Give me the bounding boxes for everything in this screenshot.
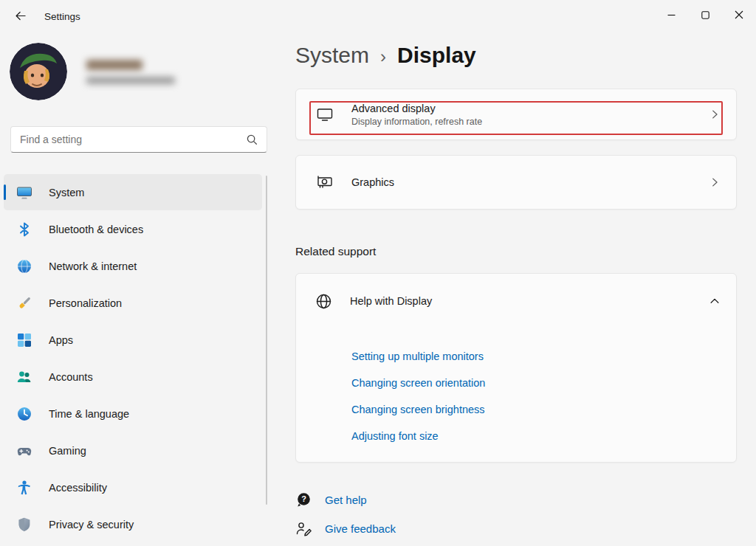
page-title: Display — [397, 43, 476, 68]
window-controls — [654, 0, 756, 30]
sidebar-scrollbar[interactable] — [266, 176, 267, 505]
related-support-heading: Related support — [295, 245, 376, 258]
help-link-multiple-monitors[interactable]: Setting up multiple monitors — [351, 349, 736, 364]
help-card-title-wrap: Help with Display — [350, 295, 708, 307]
help-globe-icon — [315, 292, 332, 310]
help-card-header[interactable]: Help with Display — [296, 274, 736, 328]
sidebar: System Bluetooth & devices Network & int… — [0, 32, 277, 546]
advanced-display-text: Advanced display Display information, re… — [351, 103, 708, 127]
sidebar-item-label: Time & language — [49, 408, 129, 420]
sidebar-item-label: Accounts — [49, 371, 93, 383]
sidebar-item-accessibility[interactable]: Accessibility — [4, 469, 262, 505]
back-arrow-icon — [14, 10, 27, 22]
back-button[interactable] — [6, 3, 34, 28]
help-link-screen-brightness[interactable]: Changing screen brightness — [351, 402, 736, 417]
minimize-button[interactable] — [654, 0, 688, 30]
search-box[interactable] — [10, 126, 267, 153]
row-title: Advanced display — [351, 103, 708, 114]
advanced-display-monitor-icon — [316, 106, 334, 123]
chevron-right-icon — [708, 176, 721, 189]
personalization-brush-icon — [16, 295, 32, 311]
sidebar-item-gaming[interactable]: Gaming — [4, 432, 262, 469]
sidebar-item-network-internet[interactable]: Network & internet — [4, 248, 262, 284]
sidebar-item-label: Bluetooth & devices — [49, 224, 143, 235]
sidebar-nav: System Bluetooth & devices Network & int… — [4, 174, 262, 543]
get-help-icon: ? — [295, 491, 312, 508]
titlebar: Settings — [0, 0, 756, 32]
sidebar-item-accounts[interactable]: Accounts — [4, 359, 262, 395]
sidebar-item-label: Network & internet — [49, 260, 137, 272]
accounts-people-icon — [16, 369, 32, 385]
avatar — [10, 43, 67, 100]
clock-icon — [16, 406, 32, 422]
graphics-row[interactable]: Graphics — [295, 155, 737, 210]
svg-text:?: ? — [301, 494, 306, 503]
help-with-display-card: Help with Display Setting up multiple mo… — [295, 273, 737, 463]
sidebar-item-bluetooth-devices[interactable]: Bluetooth & devices — [4, 211, 262, 247]
get-help-label: Get help — [325, 494, 367, 506]
apps-grid-icon — [16, 332, 32, 348]
chevron-right-icon — [708, 108, 721, 121]
breadcrumb-parent[interactable]: System — [295, 43, 369, 68]
give-feedback-icon — [295, 520, 312, 537]
search-icon — [247, 134, 258, 145]
help-link-font-size[interactable]: Adjusting font size — [351, 429, 736, 443]
user-profile[interactable] — [10, 43, 175, 100]
sidebar-item-apps[interactable]: Apps — [4, 322, 262, 358]
user-email-blurred — [86, 77, 175, 84]
accessibility-person-icon — [16, 480, 32, 496]
graphics-gpu-icon — [316, 173, 334, 191]
row-subtitle: Display information, refresh rate — [351, 117, 708, 127]
give-feedback-label: Give feedback — [325, 522, 396, 535]
advanced-display-row[interactable]: Advanced display Display information, re… — [295, 89, 737, 140]
sidebar-item-label: Apps — [49, 334, 73, 346]
sidebar-item-label: Gaming — [49, 445, 86, 457]
graphics-text: Graphics — [351, 176, 708, 188]
search-input[interactable] — [20, 134, 247, 145]
shield-icon — [16, 516, 32, 533]
bluetooth-icon — [16, 221, 32, 238]
maximize-button[interactable] — [688, 0, 722, 30]
main-content: System › Display Advanced display Displa… — [295, 32, 737, 546]
sidebar-item-label: Privacy & security — [49, 519, 134, 531]
breadcrumb-separator-icon: › — [380, 46, 386, 67]
breadcrumb: System › Display — [295, 43, 476, 68]
profile-text — [86, 60, 175, 84]
chevron-up-icon — [708, 294, 721, 308]
help-card-title: Help with Display — [350, 295, 708, 307]
user-name-blurred — [86, 60, 142, 70]
sidebar-item-privacy-security[interactable]: Privacy & security — [4, 506, 262, 542]
window-title: Settings — [44, 11, 80, 22]
sidebar-item-system[interactable]: System — [4, 174, 262, 210]
gamepad-icon — [16, 443, 32, 459]
help-links-list: Setting up multiple monitors Changing sc… — [296, 328, 736, 443]
sidebar-item-label: Personalization — [49, 297, 122, 309]
network-globe-icon — [16, 258, 32, 274]
sidebar-item-label: Accessibility — [49, 482, 107, 494]
give-feedback-link[interactable]: Give feedback — [295, 520, 396, 537]
footer-links: ? Get help Give feedback — [295, 491, 396, 546]
help-link-screen-orientation[interactable]: Changing screen orientation — [351, 376, 736, 390]
sidebar-item-time-language[interactable]: Time & language — [4, 395, 262, 432]
close-button[interactable] — [722, 0, 756, 30]
system-monitor-icon — [16, 184, 32, 201]
get-help-link[interactable]: ? Get help — [295, 491, 396, 508]
sidebar-item-personalization[interactable]: Personalization — [4, 285, 262, 321]
row-title: Graphics — [351, 176, 708, 188]
sidebar-item-label: System — [49, 187, 84, 198]
